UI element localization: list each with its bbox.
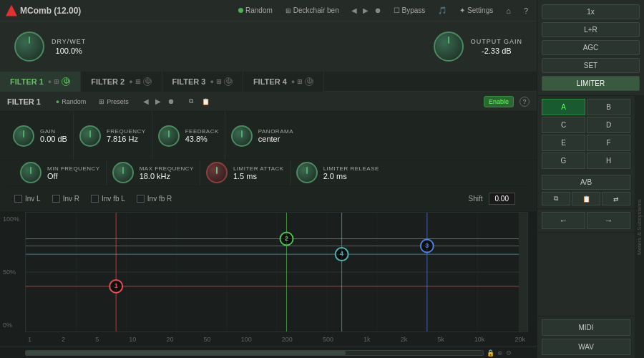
limiter-attack-knob[interactable] bbox=[206, 162, 228, 183]
enable-button[interactable]: Enable bbox=[484, 96, 514, 107]
bottom-icons: 🔒 ⊕ ⚙ bbox=[487, 349, 512, 357]
inv-r-checkbox[interactable]: Inv R bbox=[52, 195, 79, 203]
main-container: MComb (12.00) Random ⊞ Deckchair ben ◀ ▶… bbox=[0, 0, 537, 358]
tab-power-2[interactable]: ⏻ bbox=[143, 77, 152, 86]
limiter-release-info: LIMITER RELEASE 2.0 ms bbox=[323, 165, 379, 180]
tune-button[interactable]: 🎵 bbox=[435, 5, 449, 16]
inv-fb-l-cb[interactable] bbox=[91, 195, 99, 203]
lock-icon[interactable]: 🔒 bbox=[487, 349, 494, 357]
right-panel: 1x L+R AGC SET LIMITER A B C D E F G H A… bbox=[537, 0, 644, 358]
max-freq-knob[interactable] bbox=[112, 162, 134, 183]
ab-b-button[interactable]: B bbox=[587, 99, 630, 115]
bottom-scrollbar[interactable] bbox=[25, 350, 484, 356]
midi-button[interactable]: MIDI bbox=[542, 319, 630, 336]
bypass-button[interactable]: ☐ Bypass bbox=[391, 5, 429, 16]
scrollbar-thumb bbox=[26, 351, 346, 355]
inv-fb-l-checkbox[interactable]: Inv fb L bbox=[91, 195, 125, 203]
feedback-knob[interactable] bbox=[158, 125, 180, 147]
help-button[interactable]: ? bbox=[521, 5, 531, 16]
home-button[interactable]: ⌂ bbox=[503, 5, 514, 16]
set-button[interactable]: SET bbox=[542, 58, 640, 73]
prev-button[interactable]: ◀ bbox=[349, 6, 359, 15]
drywet-knob[interactable] bbox=[14, 32, 44, 62]
inv-fb-r-checkbox[interactable]: Inv fb R bbox=[137, 195, 172, 203]
filter-tab-1[interactable]: FILTER 1 ● ⊞ ⏻ bbox=[0, 72, 81, 92]
settings-small-icon[interactable]: ⚙ bbox=[506, 349, 512, 357]
gain-group: GAIN 0.00 dB bbox=[7, 112, 74, 160]
shift-value[interactable]: 0.00 bbox=[489, 193, 515, 205]
ab-e-button[interactable]: E bbox=[542, 135, 585, 151]
logo: MComb (12.00) bbox=[6, 5, 81, 16]
filter-controls-bar: FILTER 1 ● Random ⊞ Presets ◀ ▶ ⏺ ⧉ 📋 En… bbox=[0, 92, 537, 112]
filter-help-button[interactable]: ? bbox=[519, 97, 530, 107]
limiter-release-knob[interactable] bbox=[296, 162, 318, 183]
tab-icons-2: ● ⊞ ⏻ bbox=[129, 77, 151, 86]
ab-h-button[interactable]: H bbox=[587, 153, 630, 169]
svg-text:2: 2 bbox=[285, 235, 288, 242]
frequency-group: FREQUENCY 7.816 Hz bbox=[74, 112, 152, 160]
output-gain-knob[interactable] bbox=[434, 32, 464, 62]
graph-content[interactable]: 1 2 4 3 bbox=[25, 212, 528, 332]
filter-tab-2[interactable]: FILTER 2 ● ⊞ ⏻ bbox=[81, 72, 162, 92]
ab-g-button[interactable]: G bbox=[542, 153, 585, 169]
nav-arrows: ◀ ▶ ⏺ bbox=[349, 6, 384, 15]
preset-button[interactable]: ⊞ Deckchair ben bbox=[283, 5, 342, 16]
gain-knob[interactable] bbox=[13, 125, 34, 147]
filter-prev-button[interactable]: ◀ bbox=[141, 97, 151, 106]
random-button[interactable]: Random bbox=[235, 5, 275, 16]
frequency-info: FREQUENCY 7.816 Hz bbox=[107, 128, 146, 143]
max-freq-group: MAX FREQUENCY 18.0 kHz bbox=[107, 160, 200, 185]
ab-grid: A B C D E F G H bbox=[537, 96, 635, 172]
min-freq-info: MIN FREQUENCY Off bbox=[47, 165, 100, 180]
filter-paste-button[interactable]: 📋 bbox=[198, 96, 213, 107]
nav-right-button[interactable]: → bbox=[587, 212, 630, 229]
filter-presets-button[interactable]: ⊞ Presets bbox=[95, 97, 132, 107]
zoom-icon[interactable]: ⊕ bbox=[497, 349, 503, 357]
ab-c-button[interactable]: C bbox=[542, 117, 585, 133]
panorama-group: PANORAMA center bbox=[225, 112, 299, 160]
agc-button[interactable]: AGC bbox=[542, 40, 640, 55]
ab-a-button[interactable]: A bbox=[542, 99, 585, 115]
zoom-button[interactable]: 1x bbox=[542, 4, 640, 19]
filter-random-button[interactable]: ● Random bbox=[52, 97, 89, 107]
filter-next-button[interactable]: ▶ bbox=[153, 97, 163, 106]
tab-power-3[interactable]: ⏻ bbox=[224, 77, 233, 86]
param-knobs-row-2: MIN FREQUENCY Off MAX FREQUENCY 18.0 kHz… bbox=[0, 160, 537, 212]
ab-row: A/B bbox=[542, 175, 630, 190]
nav-left-button[interactable]: ← bbox=[542, 212, 585, 229]
copy-left-button[interactable]: ⧉ bbox=[542, 192, 570, 205]
inv-l-checkbox[interactable]: Inv L bbox=[14, 195, 41, 203]
min-freq-knob[interactable] bbox=[20, 162, 42, 183]
meters-subsystems-label: Meters & Subsystems bbox=[635, 96, 644, 358]
lr-button[interactable]: L+R bbox=[542, 22, 640, 37]
copy-right-button[interactable]: 📋 bbox=[572, 192, 600, 205]
ab-d-button[interactable]: D bbox=[587, 117, 630, 133]
filter-tab-3[interactable]: FILTER 3 ● ⊞ ⏻ bbox=[162, 72, 243, 92]
nav-section: ← → bbox=[537, 209, 635, 233]
svg-text:1: 1 bbox=[114, 282, 118, 289]
filter-rec-button[interactable]: ⏺ bbox=[165, 97, 177, 106]
inv-fb-r-cb[interactable] bbox=[137, 195, 145, 203]
wav-button[interactable]: WAV bbox=[542, 339, 630, 355]
tab-power-4[interactable]: ⏻ bbox=[305, 77, 313, 86]
next-button[interactable]: ▶ bbox=[361, 6, 371, 15]
ab-f-button[interactable]: F bbox=[587, 135, 630, 151]
filter-title: FILTER 1 bbox=[7, 97, 41, 106]
right-panel-top: 1x L+R AGC SET LIMITER bbox=[537, 0, 644, 96]
main-knobs-row: DRY/WET 100.0% OUTPUT GAIN -2.33 dB bbox=[0, 21, 537, 72]
limiter-button[interactable]: LIMITER bbox=[542, 76, 640, 91]
settings-button[interactable]: ✦ Settings bbox=[457, 5, 496, 16]
swap-button[interactable]: ⇄ bbox=[602, 192, 630, 205]
inv-r-cb[interactable] bbox=[52, 195, 60, 203]
random-dot bbox=[238, 8, 243, 13]
ab-main-button[interactable]: A/B bbox=[542, 175, 630, 190]
inv-l-cb[interactable] bbox=[14, 195, 22, 203]
record-button[interactable]: ⏺ bbox=[372, 6, 384, 15]
svg-text:3: 3 bbox=[425, 242, 429, 249]
filter-copy-button[interactable]: ⧉ bbox=[185, 96, 197, 107]
filter-tab-4[interactable]: FILTER 4 ● ⊞ ⏻ bbox=[243, 72, 324, 92]
svg-text:4: 4 bbox=[340, 250, 343, 257]
panorama-knob[interactable] bbox=[231, 125, 253, 147]
frequency-knob[interactable] bbox=[79, 125, 101, 147]
tab-power-1[interactable]: ⏻ bbox=[62, 77, 70, 86]
